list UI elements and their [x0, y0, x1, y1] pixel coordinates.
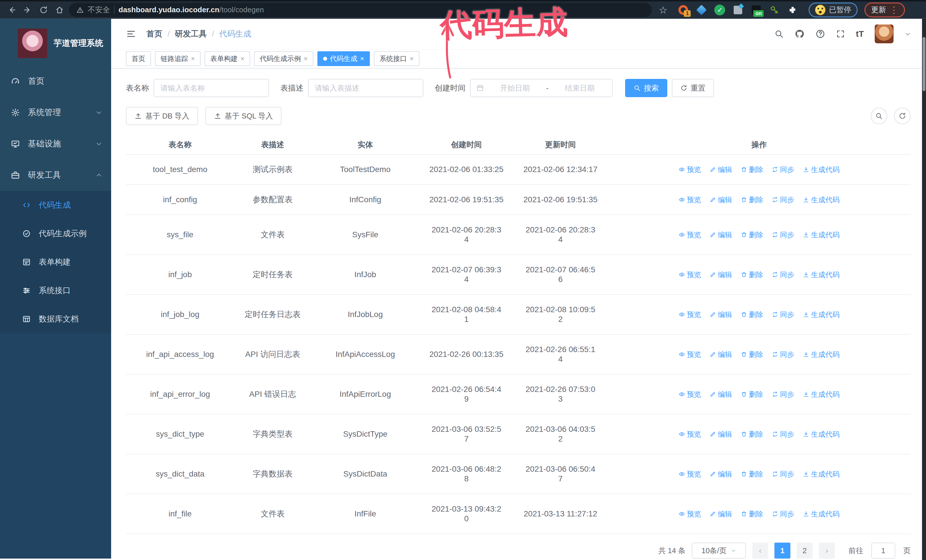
delete-link[interactable]: 删除: [741, 195, 763, 205]
tab-home[interactable]: 首页: [126, 51, 151, 66]
prev-page-button[interactable]: ‹: [752, 543, 768, 558]
font-size-icon[interactable]: tT: [856, 29, 864, 39]
edit-link[interactable]: 编辑: [710, 350, 732, 359]
generate-code-link[interactable]: 生成代码: [803, 469, 840, 479]
preview-link[interactable]: 预览: [679, 165, 701, 174]
table-name-input[interactable]: [154, 79, 269, 97]
edit-link[interactable]: 编辑: [710, 429, 732, 439]
back-icon[interactable]: [5, 3, 18, 17]
tab-form-builder[interactable]: 表单构建×: [204, 51, 250, 66]
edit-link[interactable]: 编辑: [710, 309, 732, 319]
generate-code-link[interactable]: 生成代码: [803, 350, 840, 359]
goto-page-input[interactable]: [871, 543, 895, 558]
bookmark-star-icon[interactable]: ☆: [659, 4, 667, 16]
delete-link[interactable]: 删除: [741, 350, 763, 359]
home-icon[interactable]: [53, 3, 66, 17]
extensions-puzzle-icon[interactable]: [787, 4, 798, 16]
close-icon[interactable]: ×: [410, 55, 414, 63]
edit-link[interactable]: 编辑: [710, 389, 732, 399]
sidebar-item-infra[interactable]: 基础设施: [0, 128, 111, 160]
generate-code-link[interactable]: 生成代码: [803, 389, 840, 399]
delete-link[interactable]: 删除: [741, 270, 763, 279]
url-bar[interactable]: 不安全 dashboard.yudao.iocoder.cn/tool/code…: [69, 3, 652, 17]
delete-link[interactable]: 删除: [741, 469, 763, 479]
sidebar-item-form-builder[interactable]: 表单构建: [0, 248, 111, 276]
extension-key-icon[interactable]: [769, 4, 780, 16]
page-button-2[interactable]: 2: [797, 543, 813, 558]
generate-code-link[interactable]: 生成代码: [803, 230, 840, 240]
next-page-button[interactable]: ›: [819, 543, 835, 558]
generate-code-link[interactable]: 生成代码: [803, 270, 840, 279]
page-size-select[interactable]: 10条/页: [692, 543, 746, 558]
scrollbar-thumb[interactable]: [923, 37, 925, 91]
close-icon[interactable]: ×: [360, 55, 364, 63]
extension-gem-icon[interactable]: [696, 4, 707, 16]
extension-check-icon[interactable]: ✓: [714, 4, 725, 16]
breadcrumb-home[interactable]: 首页: [147, 29, 162, 39]
edit-link[interactable]: 编辑: [710, 230, 732, 240]
date-range-picker[interactable]: 开始日期 - 结束日期: [470, 79, 613, 97]
sync-link[interactable]: 同步: [772, 389, 794, 399]
sync-link[interactable]: 同步: [772, 509, 794, 519]
preview-link[interactable]: 预览: [679, 509, 701, 519]
preview-link[interactable]: 预览: [679, 429, 701, 439]
scrollbar-track[interactable]: [922, 19, 926, 560]
tab-system-api[interactable]: 系统接口×: [374, 51, 419, 66]
preview-link[interactable]: 预览: [679, 469, 701, 479]
breadcrumb-devtools[interactable]: 研发工具: [175, 29, 207, 39]
sync-link[interactable]: 同步: [772, 469, 794, 479]
sync-link[interactable]: 同步: [772, 350, 794, 359]
sync-link[interactable]: 同步: [772, 165, 794, 174]
close-icon[interactable]: ×: [241, 55, 244, 63]
sidebar-logo-row[interactable]: 芋道管理系统: [0, 19, 111, 65]
sidebar-item-db-doc[interactable]: 数据库文档: [0, 305, 111, 333]
sync-link[interactable]: 同步: [772, 270, 794, 279]
edit-link[interactable]: 编辑: [710, 165, 732, 174]
delete-link[interactable]: 删除: [741, 429, 763, 439]
hamburger-icon[interactable]: [126, 29, 136, 39]
edit-link[interactable]: 编辑: [710, 195, 732, 205]
forward-icon[interactable]: [21, 3, 34, 17]
fullscreen-icon[interactable]: [836, 29, 845, 38]
caret-down-icon[interactable]: [904, 30, 911, 37]
delete-link[interactable]: 删除: [741, 230, 763, 240]
generate-code-link[interactable]: 生成代码: [803, 165, 840, 174]
help-icon[interactable]: [816, 29, 825, 39]
delete-link[interactable]: 删除: [741, 309, 763, 319]
avatar[interactable]: [875, 24, 894, 43]
sidebar-item-devtools[interactable]: 研发工具: [0, 160, 111, 191]
generate-code-link[interactable]: 生成代码: [803, 509, 840, 519]
close-icon[interactable]: ×: [304, 55, 308, 63]
sidebar-item-codegen-example[interactable]: 代码生成示例: [0, 219, 111, 248]
sync-link[interactable]: 同步: [772, 230, 794, 240]
sidebar-item-codegen[interactable]: 代码生成: [0, 191, 111, 219]
search-icon[interactable]: [775, 29, 784, 38]
sql-import-button[interactable]: 基于 SQL 导入: [206, 107, 282, 125]
preview-link[interactable]: 预览: [679, 270, 701, 279]
toggle-search-button[interactable]: [871, 108, 887, 124]
extension-dark-icon[interactable]: on: [750, 4, 762, 16]
extension-columns-icon[interactable]: [732, 4, 744, 16]
close-icon[interactable]: ×: [191, 55, 195, 63]
sidebar-item-home[interactable]: 首页: [0, 65, 111, 97]
sidebar-item-system[interactable]: 系统管理: [0, 97, 111, 128]
edit-link[interactable]: 编辑: [710, 270, 732, 279]
extension-orange-icon[interactable]: 1: [678, 4, 689, 16]
preview-link[interactable]: 预览: [679, 195, 701, 205]
edit-link[interactable]: 编辑: [710, 469, 732, 479]
chrome-menu-icon[interactable]: ⋮: [889, 5, 898, 15]
preview-link[interactable]: 预览: [679, 350, 701, 359]
generate-code-link[interactable]: 生成代码: [803, 309, 840, 319]
sidebar-item-system-api[interactable]: 系统接口: [0, 276, 111, 305]
sync-link[interactable]: 同步: [772, 195, 794, 205]
sync-link[interactable]: 同步: [772, 309, 794, 319]
tab-codegen-example[interactable]: 代码生成示例×: [254, 51, 313, 66]
preview-link[interactable]: 预览: [679, 309, 701, 319]
delete-link[interactable]: 删除: [741, 509, 763, 519]
preview-link[interactable]: 预览: [679, 230, 701, 240]
update-chip[interactable]: 更新 ⋮: [864, 3, 905, 17]
preview-link[interactable]: 预览: [679, 389, 701, 399]
reset-button[interactable]: 重置: [672, 79, 714, 97]
delete-link[interactable]: 删除: [741, 165, 763, 174]
generate-code-link[interactable]: 生成代码: [803, 429, 840, 439]
